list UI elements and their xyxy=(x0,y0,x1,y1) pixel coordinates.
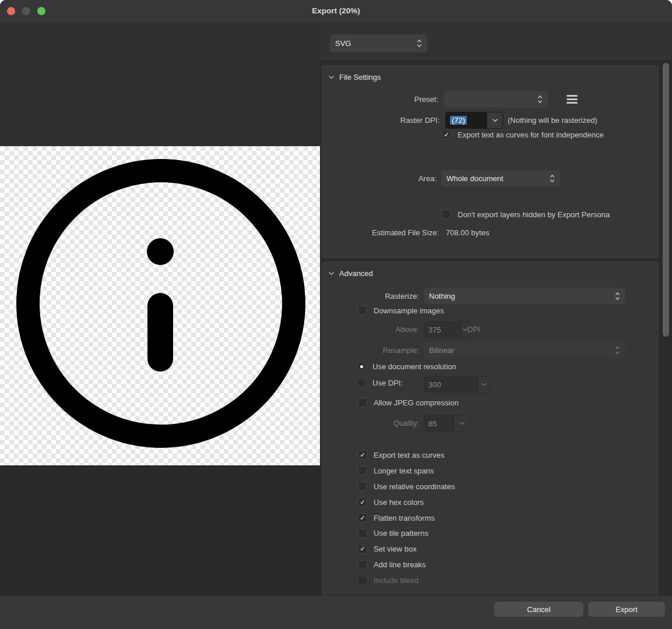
checkbox[interactable] xyxy=(358,398,367,407)
use-dpi-row[interactable]: Use DPI: xyxy=(357,378,403,387)
export-dialog: Export (20%) SVG File xyxy=(0,0,672,629)
use-dpi-value: 300 xyxy=(424,377,478,392)
checkbox[interactable] xyxy=(358,545,367,554)
radio-button[interactable] xyxy=(357,362,366,371)
preview-canvas xyxy=(0,146,320,465)
chevron-down-icon xyxy=(478,377,489,392)
area-select-value: Whole document xyxy=(446,174,546,183)
checkbox[interactable] xyxy=(442,210,451,219)
rasterize-select-value: Nothing xyxy=(429,292,611,301)
titlebar: Export (20%) xyxy=(0,0,672,23)
raster-dpi-label: Raster DPI: xyxy=(322,116,439,125)
checkbox xyxy=(358,576,367,585)
advanced-header[interactable]: Advanced xyxy=(328,269,373,278)
advanced-option-row[interactable]: Export text as curves xyxy=(358,447,455,463)
estimated-size-label: Estimated File Size: xyxy=(322,228,439,237)
advanced-option-row[interactable]: Use hex colors xyxy=(358,494,455,510)
advanced-option-row[interactable]: Set view box xyxy=(358,541,455,557)
advanced-option-row: Include bleed xyxy=(358,573,455,588)
radio-button[interactable] xyxy=(357,378,366,387)
export-settings-panel: SVG File Settings Preset: Rast xyxy=(320,22,672,596)
checkbox[interactable] xyxy=(358,306,367,315)
preset-menu-icon[interactable] xyxy=(567,95,578,104)
advanced-option-row[interactable]: Flatten transforms xyxy=(358,510,455,526)
estimated-size-value: 708.00 bytes xyxy=(446,228,489,237)
checkbox[interactable] xyxy=(358,482,367,491)
resample-label: Resample: xyxy=(322,346,419,355)
preview-background-bottom xyxy=(0,465,320,596)
advanced-option-row[interactable]: Add line breaks xyxy=(358,557,455,573)
raster-dpi-value[interactable]: (72) xyxy=(450,116,467,125)
quality-label: Quality: xyxy=(322,419,419,427)
checkbox-label: Don't export layers hidden by Export Per… xyxy=(458,210,610,219)
checkbox[interactable] xyxy=(358,450,367,460)
radio-label: Use DPI: xyxy=(372,379,403,387)
checkbox-label: Export text as curves for font independe… xyxy=(458,130,604,139)
option-label: Use tile patterns xyxy=(374,529,428,538)
radio-label: Use document resolution xyxy=(372,362,456,371)
option-label: Longer text spans xyxy=(374,467,434,475)
chevron-down-icon xyxy=(453,416,469,431)
option-label: Include bleed xyxy=(374,576,418,585)
preset-select[interactable] xyxy=(444,91,548,108)
raster-dpi-combo[interactable]: (72) xyxy=(445,112,503,129)
dont-export-hidden-row[interactable]: Don't export layers hidden by Export Per… xyxy=(442,210,610,219)
export-text-curves-font-row[interactable]: Export text as curves for font independe… xyxy=(442,130,604,139)
checkbox[interactable] xyxy=(358,529,367,538)
allow-jpeg-row[interactable]: Allow JPEG compression xyxy=(358,398,459,407)
area-label: Area: xyxy=(322,174,437,183)
advanced-options-list: Export text as curvesLonger text spansUs… xyxy=(358,447,455,588)
updown-chevron-icon xyxy=(615,346,620,355)
updown-chevron-icon xyxy=(615,292,620,301)
vertical-scrollbar[interactable] xyxy=(663,63,669,337)
checkbox[interactable] xyxy=(358,513,367,522)
advanced-option-row[interactable]: Use tile patterns xyxy=(358,525,455,541)
export-preview xyxy=(0,22,320,596)
raster-dpi-note: (Nothing will be rasterized) xyxy=(508,116,597,125)
above-dpi-combo: 375 xyxy=(424,321,470,338)
cancel-button-label: Cancel xyxy=(527,605,550,614)
option-label: Add line breaks xyxy=(374,560,426,569)
updown-chevron-icon xyxy=(537,95,543,104)
option-label: Use relative coordinates xyxy=(374,482,455,491)
checkbox[interactable] xyxy=(358,560,367,570)
checkbox-label: Allow JPEG compression xyxy=(374,398,459,407)
option-label: Set view box xyxy=(374,545,417,553)
export-button-label: Export xyxy=(615,605,638,614)
chevron-down-icon xyxy=(328,271,335,275)
checkbox[interactable] xyxy=(358,466,367,475)
resample-select: Bilinear xyxy=(424,342,625,358)
checkbox[interactable] xyxy=(358,497,367,507)
rasterize-select[interactable]: Nothing xyxy=(424,288,625,304)
use-document-resolution-row[interactable]: Use document resolution xyxy=(357,362,456,371)
file-settings-header[interactable]: File Settings xyxy=(328,73,381,82)
rasterize-label: Rasterize: xyxy=(322,292,419,301)
dialog-footer: Cancel Export xyxy=(0,595,672,629)
use-dpi-combo: 300 xyxy=(424,376,490,393)
option-label: Export text as curves xyxy=(374,451,444,460)
info-icon-artwork xyxy=(0,146,320,465)
cancel-button[interactable]: Cancel xyxy=(494,602,583,617)
preset-label: Preset: xyxy=(322,95,438,104)
checkbox[interactable] xyxy=(442,130,451,139)
advanced-option-row[interactable]: Use relative coordinates xyxy=(358,479,455,494)
option-label: Flatten transforms xyxy=(374,514,435,522)
advanced-option-row[interactable]: Longer text spans xyxy=(358,463,455,479)
format-strip: SVG xyxy=(320,22,672,61)
chevron-down-icon[interactable] xyxy=(487,112,502,128)
above-dpi-value: 375 xyxy=(424,322,460,337)
format-select[interactable]: SVG xyxy=(330,34,427,52)
preview-background-top xyxy=(0,22,320,146)
format-select-value: SVG xyxy=(335,39,413,48)
quality-value: 85 xyxy=(424,416,453,431)
section-title: Advanced xyxy=(339,269,373,278)
quality-combo: 85 xyxy=(424,415,470,432)
chevron-down-icon xyxy=(328,75,335,79)
downsample-images-row[interactable]: Downsample images xyxy=(358,306,444,315)
window-title: Export (20%) xyxy=(0,0,672,22)
file-settings-section: File Settings Preset: Raster DPI: (72) (… xyxy=(322,65,659,258)
updown-chevron-icon xyxy=(550,174,555,183)
resample-select-value: Bilinear xyxy=(429,346,611,355)
export-button[interactable]: Export xyxy=(588,602,665,617)
area-select[interactable]: Whole document xyxy=(441,170,560,186)
